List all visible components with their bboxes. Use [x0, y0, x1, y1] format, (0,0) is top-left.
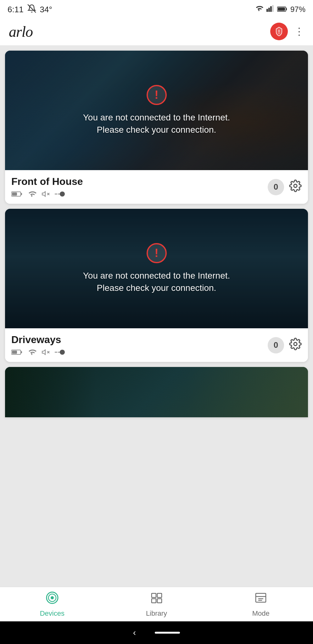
status-bar-right: 97%: [254, 5, 305, 14]
camera-wifi-icon-1: [27, 190, 36, 198]
camera-wifi-icon-2: [27, 348, 36, 356]
wifi-icon: [254, 5, 263, 14]
svg-text:!: !: [278, 29, 280, 35]
svg-rect-7: [278, 8, 285, 11]
svg-marker-22: [42, 350, 45, 354]
error-overlay-1: ! You are not connected to the Internet.…: [5, 51, 308, 170]
error-icon-2: !: [147, 243, 167, 263]
svg-point-17: [60, 192, 65, 197]
svg-rect-6: [286, 8, 287, 10]
battery-percent: 97%: [290, 5, 305, 14]
camera-feed-1[interactable]: ! You are not connected to the Internet.…: [5, 51, 308, 170]
svg-rect-34: [152, 599, 156, 603]
nav-mode[interactable]: Mode: [209, 587, 313, 621]
time-display: 6:11: [8, 5, 24, 14]
camera-status-icons-2: [11, 348, 67, 356]
status-bar-left: 6:11 34°: [8, 4, 52, 15]
nav-devices[interactable]: Devices: [0, 587, 104, 621]
camera-audio-icon-1: [41, 190, 50, 198]
error-icon-1: !: [147, 85, 167, 105]
clip-count-2[interactable]: 0: [268, 337, 284, 353]
svg-rect-10: [21, 193, 22, 195]
svg-rect-36: [256, 593, 266, 602]
notification-icon: [27, 4, 36, 15]
nav-library-label: Library: [146, 609, 167, 618]
svg-marker-12: [42, 192, 45, 196]
svg-rect-1: [266, 9, 268, 12]
camera-info-2: Driveways: [5, 328, 308, 362]
bottom-nav: Devices Library Mode: [0, 587, 313, 621]
battery-icon: [277, 5, 287, 14]
svg-rect-35: [157, 599, 162, 603]
error-message-1: You are not connected to the Internet. P…: [83, 111, 230, 136]
svg-rect-33: [157, 593, 162, 597]
camera-card-1: ! You are not connected to the Internet.…: [5, 51, 308, 204]
svg-line-0: [28, 4, 36, 13]
svg-point-27: [60, 350, 65, 355]
status-bar: 6:11 34°: [0, 0, 313, 18]
nav-library[interactable]: Library: [104, 587, 209, 621]
settings-button-2[interactable]: [289, 338, 302, 353]
svg-rect-3: [270, 6, 272, 12]
svg-rect-11: [12, 192, 17, 196]
svg-point-18: [294, 184, 297, 187]
svg-rect-32: [152, 593, 156, 597]
svg-point-28: [294, 342, 297, 346]
temperature-display: 34°: [40, 5, 52, 14]
library-icon: [150, 591, 164, 608]
svg-rect-4: [272, 5, 274, 12]
camera-info-1: Front of House: [5, 170, 308, 204]
system-nav: ‹: [0, 621, 313, 644]
camera-name-1: Front of House: [11, 176, 83, 187]
mode-icon: [254, 591, 268, 608]
camera-status-icons-1: [11, 190, 83, 198]
signal-icon: [266, 5, 274, 14]
svg-rect-2: [268, 8, 270, 12]
app-logo: arlo: [9, 23, 33, 40]
svg-rect-21: [12, 351, 17, 354]
alert-button[interactable]: !: [270, 23, 288, 40]
camera-battery-icon-2: [11, 349, 23, 355]
clip-count-1[interactable]: 0: [268, 179, 284, 195]
error-message-2: You are not connected to the Internet. P…: [83, 269, 230, 294]
home-button[interactable]: [155, 632, 180, 634]
svg-point-31: [51, 596, 54, 599]
settings-button-1[interactable]: [289, 180, 302, 195]
camera-motion-icon-2: [55, 348, 67, 356]
camera-feed-2[interactable]: ! You are not connected to the Internet.…: [5, 209, 308, 328]
camera-battery-icon-1: [11, 191, 23, 197]
error-overlay-2: ! You are not connected to the Internet.…: [5, 209, 308, 328]
more-menu-button[interactable]: ⋮: [294, 25, 304, 37]
app-header: arlo ! ⋮: [0, 18, 313, 46]
camera-card-3: [5, 367, 308, 417]
svg-rect-20: [21, 351, 22, 353]
camera-name-2: Driveways: [11, 334, 67, 346]
back-button[interactable]: ‹: [133, 628, 136, 638]
camera-motion-icon-1: [55, 190, 67, 198]
camera-card-2: ! You are not connected to the Internet.…: [5, 209, 308, 362]
devices-icon: [45, 591, 59, 608]
main-content: ! You are not connected to the Internet.…: [0, 46, 313, 587]
camera-audio-icon-2: [41, 348, 50, 356]
header-icons: ! ⋮: [270, 23, 304, 40]
nav-devices-label: Devices: [40, 609, 64, 618]
camera-feed-3[interactable]: [5, 367, 308, 417]
nav-mode-label: Mode: [252, 609, 270, 618]
